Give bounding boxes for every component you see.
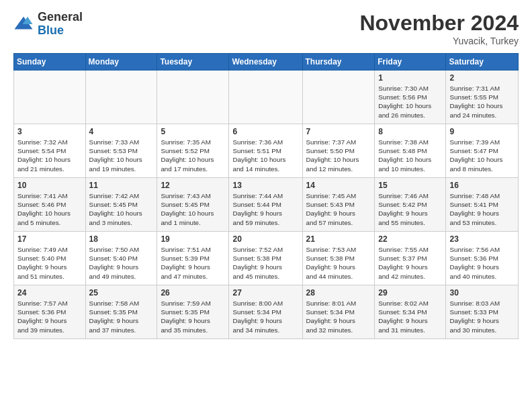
calendar-week: 10Sunrise: 7:41 AM Sunset: 5:46 PM Dayli…: [14, 178, 519, 232]
location: Yuvacik, Turkey: [359, 36, 519, 46]
day-number: 8: [378, 127, 442, 136]
calendar-cell: 25Sunrise: 7:58 AM Sunset: 5:35 PM Dayli…: [85, 285, 157, 339]
day-number: 9: [449, 127, 515, 136]
day-number: 20: [232, 234, 298, 244]
calendar-cell: 11Sunrise: 7:42 AM Sunset: 5:45 PM Dayli…: [85, 178, 157, 232]
calendar-cell: 16Sunrise: 7:48 AM Sunset: 5:41 PM Dayli…: [446, 178, 519, 232]
day-info: Sunrise: 7:48 AM Sunset: 5:41 PM Dayligh…: [449, 191, 515, 227]
day-number: 5: [161, 127, 225, 136]
day-number: 6: [232, 127, 298, 136]
day-info: Sunrise: 7:50 AM Sunset: 5:40 PM Dayligh…: [89, 245, 154, 281]
logo-icon: [13, 14, 34, 34]
day-number: 16: [449, 181, 515, 190]
title-block: November 2024 Yuvacik, Turkey: [359, 11, 519, 46]
calendar-cell: 23Sunrise: 7:56 AM Sunset: 5:36 PM Dayli…: [446, 232, 519, 285]
day-info: Sunrise: 8:02 AM Sunset: 5:34 PM Dayligh…: [378, 299, 442, 334]
day-info: Sunrise: 7:52 AM Sunset: 5:38 PM Dayligh…: [232, 245, 298, 281]
calendar-cell: 20Sunrise: 7:52 AM Sunset: 5:38 PM Dayli…: [229, 232, 302, 285]
day-number: 23: [449, 234, 515, 244]
calendar-cell: [302, 71, 375, 124]
calendar-cell: 19Sunrise: 7:51 AM Sunset: 5:39 PM Dayli…: [157, 232, 229, 285]
day-info: Sunrise: 8:01 AM Sunset: 5:34 PM Dayligh…: [306, 299, 371, 334]
day-number: 2: [449, 73, 515, 83]
day-info: Sunrise: 7:39 AM Sunset: 5:47 PM Dayligh…: [449, 138, 515, 173]
calendar-cell: 1Sunrise: 7:30 AM Sunset: 5:56 PM Daylig…: [375, 71, 446, 124]
calendar-cell: 12Sunrise: 7:43 AM Sunset: 5:45 PM Dayli…: [157, 178, 229, 232]
day-number: 1: [378, 73, 442, 83]
day-number: 30: [449, 288, 515, 298]
calendar-cell: 2Sunrise: 7:31 AM Sunset: 5:55 PM Daylig…: [446, 71, 519, 124]
day-info: Sunrise: 7:53 AM Sunset: 5:38 PM Dayligh…: [306, 245, 371, 281]
day-number: 29: [378, 288, 442, 298]
day-number: 22: [378, 234, 442, 244]
day-info: Sunrise: 8:00 AM Sunset: 5:34 PM Dayligh…: [232, 299, 298, 334]
calendar-cell: 10Sunrise: 7:41 AM Sunset: 5:46 PM Dayli…: [14, 178, 86, 232]
logo-general: General: [38, 11, 83, 24]
weekday-header: Wednesday: [229, 54, 302, 71]
day-number: 21: [306, 234, 371, 244]
weekday-row: SundayMondayTuesdayWednesdayThursdayFrid…: [14, 54, 519, 71]
day-info: Sunrise: 7:42 AM Sunset: 5:45 PM Dayligh…: [89, 191, 154, 227]
calendar-cell: 8Sunrise: 7:38 AM Sunset: 5:48 PM Daylig…: [375, 124, 446, 178]
day-info: Sunrise: 7:58 AM Sunset: 5:35 PM Dayligh…: [89, 299, 154, 334]
day-info: Sunrise: 7:45 AM Sunset: 5:43 PM Dayligh…: [306, 191, 371, 227]
day-info: Sunrise: 7:36 AM Sunset: 5:51 PM Dayligh…: [232, 138, 298, 173]
day-info: Sunrise: 7:49 AM Sunset: 5:40 PM Dayligh…: [17, 245, 82, 281]
weekday-header: Sunday: [14, 54, 86, 71]
day-info: Sunrise: 7:41 AM Sunset: 5:46 PM Dayligh…: [17, 191, 82, 227]
day-number: 24: [17, 288, 82, 298]
day-number: 25: [89, 288, 154, 298]
day-info: Sunrise: 7:51 AM Sunset: 5:39 PM Dayligh…: [161, 245, 225, 281]
day-number: 10: [17, 181, 82, 190]
day-info: Sunrise: 7:55 AM Sunset: 5:37 PM Dayligh…: [378, 245, 442, 281]
calendar-cell: [229, 71, 302, 124]
calendar-cell: 22Sunrise: 7:55 AM Sunset: 5:37 PM Dayli…: [375, 232, 446, 285]
calendar-cell: 7Sunrise: 7:37 AM Sunset: 5:50 PM Daylig…: [302, 124, 375, 178]
day-info: Sunrise: 7:56 AM Sunset: 5:36 PM Dayligh…: [449, 245, 515, 281]
calendar: SundayMondayTuesdayWednesdayThursdayFrid…: [13, 53, 519, 339]
day-info: Sunrise: 7:44 AM Sunset: 5:44 PM Dayligh…: [232, 191, 298, 227]
calendar-cell: [157, 71, 229, 124]
day-number: 27: [232, 288, 298, 298]
day-info: Sunrise: 7:32 AM Sunset: 5:54 PM Dayligh…: [17, 138, 82, 173]
calendar-cell: 5Sunrise: 7:35 AM Sunset: 5:52 PM Daylig…: [157, 124, 229, 178]
weekday-header: Monday: [85, 54, 157, 71]
day-info: Sunrise: 8:03 AM Sunset: 5:33 PM Dayligh…: [449, 299, 515, 334]
calendar-cell: 24Sunrise: 7:57 AM Sunset: 5:36 PM Dayli…: [14, 285, 86, 339]
day-number: 14: [306, 181, 371, 190]
calendar-cell: 17Sunrise: 7:49 AM Sunset: 5:40 PM Dayli…: [14, 232, 86, 285]
day-number: 11: [89, 181, 154, 190]
calendar-cell: 6Sunrise: 7:36 AM Sunset: 5:51 PM Daylig…: [229, 124, 302, 178]
calendar-week: 24Sunrise: 7:57 AM Sunset: 5:36 PM Dayli…: [14, 285, 519, 339]
calendar-week: 3Sunrise: 7:32 AM Sunset: 5:54 PM Daylig…: [14, 124, 519, 178]
calendar-cell: 14Sunrise: 7:45 AM Sunset: 5:43 PM Dayli…: [302, 178, 375, 232]
calendar-week: 1Sunrise: 7:30 AM Sunset: 5:56 PM Daylig…: [14, 71, 519, 124]
logo-text: General Blue: [38, 11, 83, 38]
day-info: Sunrise: 7:43 AM Sunset: 5:45 PM Dayligh…: [161, 191, 225, 227]
day-info: Sunrise: 7:46 AM Sunset: 5:42 PM Dayligh…: [378, 191, 442, 227]
calendar-cell: 26Sunrise: 7:59 AM Sunset: 5:35 PM Dayli…: [157, 285, 229, 339]
day-info: Sunrise: 7:30 AM Sunset: 5:56 PM Dayligh…: [378, 84, 442, 120]
calendar-cell: 3Sunrise: 7:32 AM Sunset: 5:54 PM Daylig…: [14, 124, 86, 178]
calendar-cell: 21Sunrise: 7:53 AM Sunset: 5:38 PM Dayli…: [302, 232, 375, 285]
day-number: 15: [378, 181, 442, 190]
day-info: Sunrise: 7:31 AM Sunset: 5:55 PM Dayligh…: [449, 84, 515, 120]
weekday-header: Thursday: [302, 54, 375, 71]
day-info: Sunrise: 7:35 AM Sunset: 5:52 PM Dayligh…: [161, 138, 225, 173]
day-info: Sunrise: 7:33 AM Sunset: 5:53 PM Dayligh…: [89, 138, 154, 173]
logo: General Blue: [13, 11, 83, 38]
day-number: 17: [17, 234, 82, 244]
calendar-cell: [14, 71, 86, 124]
day-number: 12: [161, 181, 225, 190]
calendar-header: SundayMondayTuesdayWednesdayThursdayFrid…: [14, 54, 519, 71]
day-number: 4: [89, 127, 154, 136]
calendar-cell: [85, 71, 157, 124]
day-number: 28: [306, 288, 371, 298]
day-info: Sunrise: 7:37 AM Sunset: 5:50 PM Dayligh…: [306, 138, 371, 173]
calendar-body: 1Sunrise: 7:30 AM Sunset: 5:56 PM Daylig…: [14, 71, 519, 339]
page: General Blue November 2024 Yuvacik, Turk…: [0, 0, 532, 346]
day-info: Sunrise: 7:57 AM Sunset: 5:36 PM Dayligh…: [17, 299, 82, 334]
calendar-cell: 28Sunrise: 8:01 AM Sunset: 5:34 PM Dayli…: [302, 285, 375, 339]
day-number: 7: [306, 127, 371, 136]
weekday-header: Friday: [375, 54, 446, 71]
